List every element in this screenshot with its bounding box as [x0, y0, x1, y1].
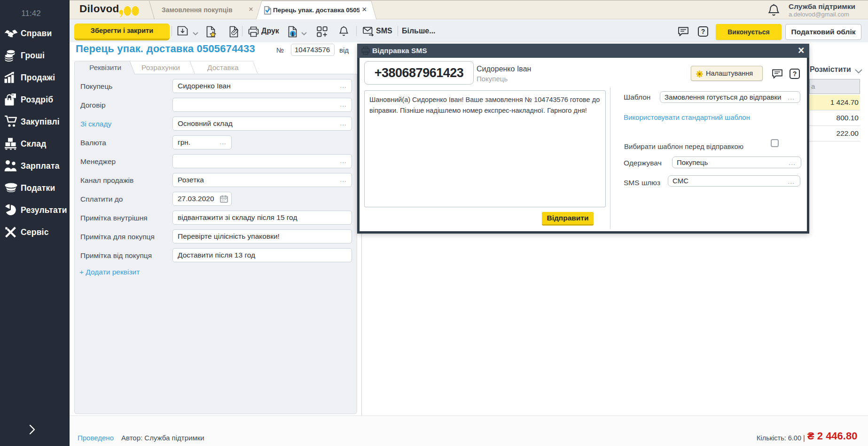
svg-text:i: i — [292, 31, 293, 37]
